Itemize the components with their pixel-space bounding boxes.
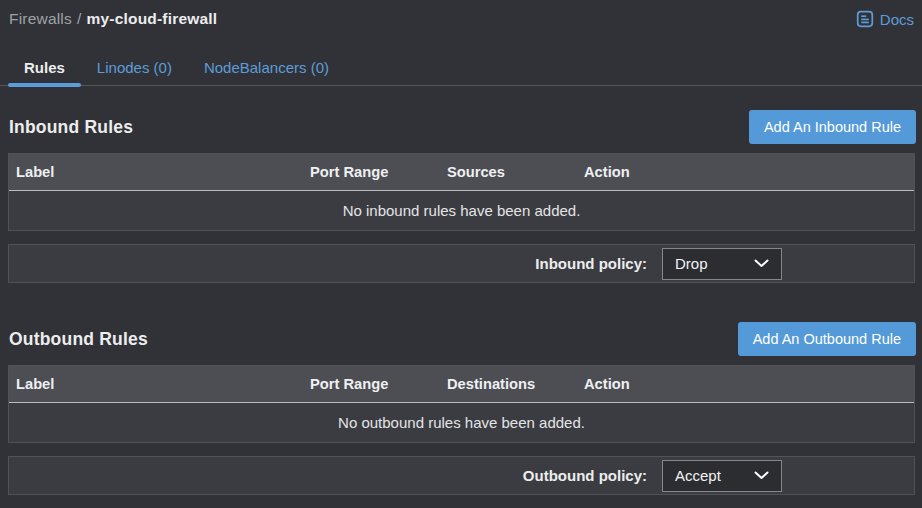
add-inbound-rule-button[interactable]: Add An Inbound Rule (749, 110, 916, 144)
tab-bar: Rules Linodes (0) NodeBalancers (0) (0, 49, 922, 86)
outbound-policy-row: Outbound policy: Accept (8, 456, 915, 495)
docs-link[interactable]: Docs (856, 10, 914, 28)
outbound-table-header-row: Label Port Range Destinations Action (9, 366, 914, 403)
outbound-rules-title: Outbound Rules (9, 329, 148, 350)
breadcrumb-separator: / (77, 10, 82, 27)
outbound-section-header: Outbound Rules Add An Outbound Rule (0, 322, 922, 356)
page-header: Firewalls/my-cloud-firewall Docs (0, 0, 922, 28)
breadcrumb-firewalls-link[interactable]: Firewalls (9, 10, 72, 27)
inbound-empty-message: No inbound rules have been added. (9, 191, 914, 230)
inbound-policy-row: Inbound policy: Drop (8, 244, 915, 283)
inbound-column-sources: Sources (447, 164, 584, 180)
docs-document-icon (856, 10, 874, 28)
outbound-policy-selected-value: Accept (675, 467, 721, 484)
inbound-column-action: Action (584, 164, 914, 180)
inbound-rules-table: Label Port Range Sources Action No inbou… (8, 153, 915, 231)
add-outbound-rule-button[interactable]: Add An Outbound Rule (738, 322, 916, 356)
outbound-empty-message: No outbound rules have been added. (9, 403, 914, 442)
docs-link-label: Docs (880, 11, 914, 28)
inbound-column-port-range: Port Range (310, 164, 447, 180)
chevron-down-icon (754, 471, 769, 480)
breadcrumb: Firewalls/my-cloud-firewall (9, 10, 217, 28)
outbound-policy-select[interactable]: Accept (662, 460, 782, 492)
tab-linodes[interactable]: Linodes (0) (81, 49, 188, 85)
inbound-section-header: Inbound Rules Add An Inbound Rule (0, 110, 922, 144)
outbound-column-destinations: Destinations (447, 376, 584, 392)
tab-rules[interactable]: Rules (8, 49, 81, 85)
inbound-table-header-row: Label Port Range Sources Action (9, 154, 914, 191)
inbound-policy-label: Inbound policy: (535, 255, 647, 272)
tab-nodebalancers[interactable]: NodeBalancers (0) (188, 49, 345, 85)
outbound-column-action: Action (584, 376, 914, 392)
inbound-policy-selected-value: Drop (675, 255, 708, 272)
outbound-rules-table: Label Port Range Destinations Action No … (8, 365, 915, 443)
breadcrumb-current-firewall: my-cloud-firewall (86, 10, 217, 27)
chevron-down-icon (754, 259, 769, 268)
outbound-policy-label: Outbound policy: (523, 467, 647, 484)
inbound-policy-select[interactable]: Drop (662, 248, 782, 280)
outbound-column-port-range: Port Range (310, 376, 447, 392)
inbound-rules-title: Inbound Rules (9, 117, 133, 138)
inbound-column-label: Label (9, 164, 310, 180)
outbound-column-label: Label (9, 376, 310, 392)
